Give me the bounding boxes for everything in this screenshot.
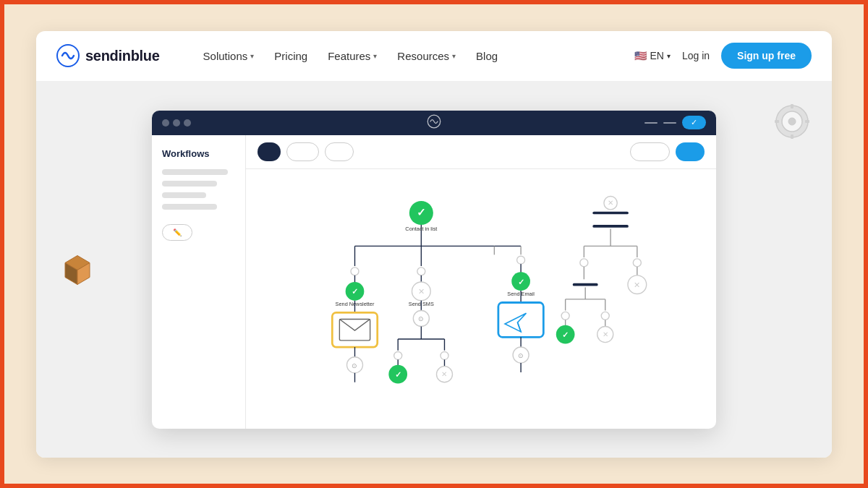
app-sidebar: Workflows ✏️ [152,135,246,429]
window-actions: ✓ [644,116,706,129]
svg-point-56 [517,256,525,264]
navbar: sendinblue Solutions ▾ Pricing Features … [36,31,832,82]
app-window: ✓ Workflows ✏️ [152,111,716,429]
svg-point-76 [633,258,641,266]
logo-text: sendinblue [85,48,160,64]
sidebar-edit-button[interactable]: ✏️ [162,224,192,241]
edit-icon: ✏️ [173,228,182,236]
svg-point-48 [394,351,402,359]
svg-text:✓: ✓ [562,330,569,339]
sidebar-item-1 [162,169,228,175]
svg-rect-10 [805,120,809,123]
toolbar-active-tab[interactable] [258,142,281,161]
window-dash-2 [663,122,676,124]
svg-text:✕: ✕ [603,330,608,338]
svg-text:✕: ✕ [634,281,640,289]
window-dash-1 [644,122,658,124]
content-area: ✓ Workflows ✏️ [36,82,832,458]
svg-text:✓: ✓ [518,277,524,286]
toolbar-tab-2[interactable] [286,142,319,161]
toolbar-tab-3[interactable] [325,142,354,161]
page-wrapper: sendinblue Solutions ▾ Pricing Features … [4,4,864,484]
window-min-btn [173,119,180,127]
sidebar-item-3 [162,192,206,198]
svg-rect-9 [775,120,779,123]
workflow-svg: ✓ Contact in list ✕ [246,176,716,429]
nav-solutions[interactable]: Solutions ▾ [203,50,255,62]
sidebar-title: Workflows [162,148,235,159]
nav-features[interactable]: Features ▾ [328,50,377,62]
nav-links: Solutions ▾ Pricing Features ▾ Resources… [203,50,635,62]
svg-text:✕: ✕ [608,199,613,207]
svg-point-36 [417,267,425,275]
svg-text:⊙: ⊙ [352,361,358,369]
svg-text:⊙: ⊙ [418,315,424,322]
svg-text:Contact in list: Contact in list [405,226,437,232]
svg-text:⊙: ⊙ [518,351,524,359]
svg-text:✓: ✓ [352,287,358,296]
svg-rect-7 [791,104,793,108]
nav-resources[interactable]: Resources ▾ [397,50,456,62]
window-max-btn [184,119,191,127]
decorative-cube [58,249,98,289]
svg-text:✓: ✓ [417,207,426,218]
svg-point-85 [561,312,569,320]
svg-rect-8 [791,134,793,139]
toolbar-action-1[interactable] [630,142,670,161]
main-card: sendinblue Solutions ▾ Pricing Features … [36,31,832,458]
svg-text:✕: ✕ [418,287,425,296]
language-selector[interactable]: 🇺🇸 EN ▾ [634,50,670,61]
nav-right: 🇺🇸 EN ▾ Log in Sign up free [634,43,812,69]
login-button[interactable]: Log in [682,50,710,61]
sendinblue-logo-icon [56,44,80,67]
toolbar-primary-action[interactable] [676,142,705,161]
app-body: Workflows ✏️ [152,135,716,429]
nav-blog[interactable]: Blog [476,50,498,62]
canvas-toolbar [246,135,716,169]
app-canvas: ✓ Contact in list ✕ [246,135,716,429]
nav-pricing[interactable]: Pricing [274,50,307,62]
svg-point-87 [601,312,609,320]
window-controls [162,119,191,127]
svg-point-24 [351,267,359,275]
sidebar-item-4 [162,204,217,210]
svg-text:✓: ✓ [395,370,401,379]
svg-rect-30 [332,312,377,347]
svg-point-6 [788,118,796,125]
logo-area: sendinblue [56,44,160,67]
sidebar-item-2 [162,181,217,187]
window-logo-icon [427,114,441,132]
window-confirm-btn[interactable]: ✓ [682,116,706,129]
svg-point-52 [441,351,448,359]
signup-button[interactable]: Sign up free [721,43,812,69]
window-close-btn [162,119,169,127]
features-arrow: ▾ [373,52,377,60]
resources-arrow: ▾ [452,52,456,60]
solutions-arrow: ▾ [250,52,254,60]
workflow-diagram: ✓ Contact in list ✕ [246,169,716,429]
decorative-disc [774,103,810,140]
svg-text:✕: ✕ [441,370,447,378]
window-titlebar: ✓ [152,111,716,135]
svg-point-74 [580,258,588,266]
